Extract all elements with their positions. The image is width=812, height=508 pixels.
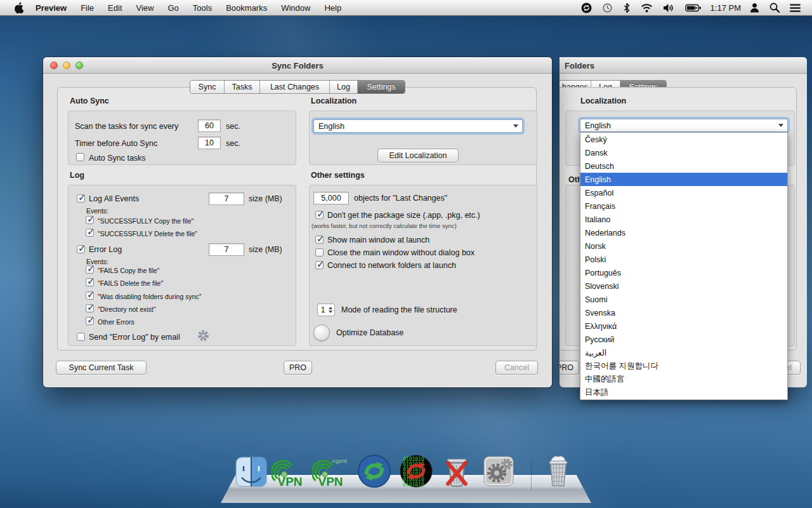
log-all-events-checkbox[interactable] xyxy=(77,194,85,203)
event-label[interactable]: "SUCCESSFULLY Delete the file" xyxy=(98,230,197,237)
pro-button[interactable]: PRO xyxy=(284,361,312,375)
trash-icon[interactable] xyxy=(540,453,576,489)
menu-item-file[interactable]: File xyxy=(74,0,101,16)
event-checkbox[interactable] xyxy=(86,216,94,224)
language-option[interactable]: Ελληνικά xyxy=(580,319,787,333)
binary-sync-icon[interactable]: 0101010010101001010100101010010101001010… xyxy=(398,453,434,489)
event-label[interactable]: Other Errors xyxy=(98,318,134,326)
scan-interval-input[interactable]: 60 xyxy=(198,119,221,132)
menu-item-window[interactable]: Window xyxy=(274,0,317,16)
language-option[interactable]: Svenska xyxy=(580,306,787,319)
error-log-checkbox[interactable] xyxy=(77,245,85,253)
tab-settings[interactable]: Settings xyxy=(358,81,405,93)
event-label[interactable]: "FAILS Copy the file" xyxy=(98,267,159,274)
user-icon[interactable] xyxy=(745,0,764,16)
menu-item-go[interactable]: Go xyxy=(160,0,185,16)
language-option[interactable]: Français xyxy=(580,199,787,213)
vpn-agent-icon[interactable]: AgentVPN xyxy=(312,453,348,489)
wifi-icon[interactable] xyxy=(636,0,658,16)
send-email-label[interactable]: Send "Error Log" by email xyxy=(89,333,180,342)
language-option[interactable]: Italiano xyxy=(580,213,787,226)
sync-folders-icon[interactable] xyxy=(357,453,392,489)
event-label[interactable]: "Directory not exist" xyxy=(98,305,155,313)
menu-item-edit[interactable]: Edit xyxy=(101,0,129,16)
option-label[interactable]: Show main window at launch xyxy=(327,236,429,244)
option-label[interactable]: Don't get the package size (.app, .pkg, … xyxy=(327,211,480,220)
pro-button-right[interactable]: PRO xyxy=(560,361,579,375)
auto-sync-tasks-label[interactable]: Auto Sync tasks xyxy=(89,154,146,163)
title-bar[interactable]: Sync Folders xyxy=(43,57,552,74)
event-checkbox[interactable] xyxy=(86,317,94,325)
language-option[interactable]: Suomi xyxy=(580,293,787,306)
sync-menu-icon[interactable] xyxy=(576,0,597,16)
menu-clock[interactable]: 1:17 PM xyxy=(707,3,745,13)
finder-icon[interactable] xyxy=(233,453,269,489)
language-option[interactable]: Русский xyxy=(580,333,787,346)
optimize-database-button[interactable] xyxy=(313,324,330,341)
gear-icon[interactable] xyxy=(197,330,209,344)
apple-icon[interactable] xyxy=(9,0,29,16)
option-checkbox[interactable] xyxy=(315,236,324,244)
event-label[interactable]: "Was disabling folders during sync" xyxy=(98,293,201,300)
system-preferences-icon[interactable] xyxy=(481,453,516,489)
menu-item-help[interactable]: Help xyxy=(317,0,348,16)
spotlight-icon[interactable] xyxy=(764,0,785,16)
language-option[interactable]: Español xyxy=(580,186,787,199)
log-all-events-label[interactable]: Log All Events xyxy=(89,194,139,203)
event-checkbox[interactable] xyxy=(86,291,94,300)
send-email-checkbox[interactable] xyxy=(77,333,85,341)
tab-log[interactable]: Log xyxy=(330,81,358,93)
language-option[interactable]: Dansk xyxy=(580,146,787,159)
sync-current-task-button[interactable]: Sync Current Task xyxy=(56,361,147,375)
menu-item-view[interactable]: View xyxy=(129,0,161,16)
language-option[interactable]: Slovenski xyxy=(580,279,787,293)
edit-localization-button[interactable]: Edit Localization xyxy=(377,149,459,163)
language-option[interactable]: 한국어를 지원합니다 xyxy=(580,359,787,373)
language-option[interactable]: Norsk xyxy=(580,239,787,253)
language-option[interactable]: English xyxy=(580,173,787,186)
language-combo[interactable]: English xyxy=(313,119,523,133)
menu-item-app[interactable]: Preview xyxy=(29,0,74,16)
tab-tasks[interactable]: Tasks xyxy=(225,81,260,93)
bluetooth-icon[interactable] xyxy=(618,0,636,16)
language-option[interactable]: Polski xyxy=(580,253,787,266)
timer-input[interactable]: 10 xyxy=(198,137,221,149)
time-machine-icon[interactable] xyxy=(597,0,618,16)
language-option[interactable]: Nederlands xyxy=(580,226,787,239)
delete-trash-icon[interactable] xyxy=(439,453,475,489)
language-option[interactable]: Deutsch xyxy=(580,159,787,173)
battery-icon[interactable] xyxy=(680,0,707,16)
volume-icon[interactable] xyxy=(658,0,680,16)
event-checkbox[interactable] xyxy=(86,229,94,237)
option-checkbox[interactable] xyxy=(315,248,324,257)
vpn-icon[interactable]: VPN xyxy=(272,453,307,489)
language-combo-right[interactable]: English xyxy=(580,119,788,132)
objects-input[interactable]: 5,000 xyxy=(313,192,349,204)
event-checkbox[interactable] xyxy=(86,278,94,286)
language-option[interactable]: Português xyxy=(580,266,787,279)
error-size-label: size (MB) xyxy=(249,245,282,254)
tab-sync[interactable]: Sync xyxy=(190,81,225,93)
cancel-button[interactable]: Cancel xyxy=(495,361,538,375)
language-option[interactable]: 日本語 xyxy=(580,386,787,399)
error-log-label[interactable]: Error Log xyxy=(89,245,122,254)
language-option[interactable]: العربية xyxy=(580,346,787,359)
mode-stepper[interactable]: 1 xyxy=(317,304,335,316)
notification-list-icon[interactable] xyxy=(785,0,806,16)
menu-item-bookmarks[interactable]: Bookmarks xyxy=(219,0,274,16)
option-label[interactable]: Connect to network folders at launch xyxy=(327,261,456,270)
option-checkbox[interactable] xyxy=(315,261,324,269)
error-log-size-input[interactable]: 7 xyxy=(209,243,244,256)
event-label[interactable]: "SUCCESSFULLY Copy the file" xyxy=(98,217,193,225)
event-checkbox[interactable] xyxy=(86,265,94,274)
event-checkbox[interactable] xyxy=(86,304,94,312)
option-label[interactable]: Close the main window without dialog box xyxy=(327,248,475,257)
menu-item-tools[interactable]: Tools xyxy=(186,0,219,16)
auto-sync-tasks-checkbox[interactable] xyxy=(76,153,84,161)
language-option[interactable]: 中國的語言 xyxy=(580,373,787,386)
log-size-input[interactable]: 7 xyxy=(209,192,244,205)
event-label[interactable]: "FAILS Delete the file" xyxy=(98,279,163,287)
tab-last-changes[interactable]: Last Changes xyxy=(260,81,330,93)
option-checkbox[interactable] xyxy=(315,211,324,219)
language-option[interactable]: Český xyxy=(580,133,787,146)
